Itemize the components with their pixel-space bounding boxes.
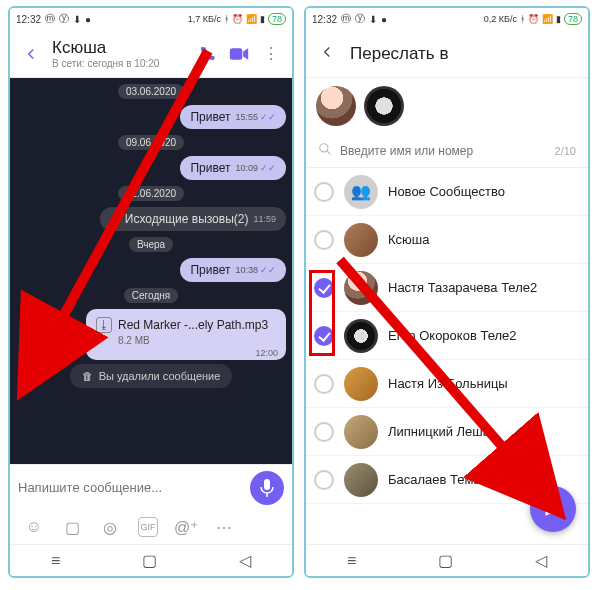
contact-radio[interactable] [314,182,334,202]
contact-avatar [344,463,378,497]
signal-icon: ▮ [260,14,265,24]
status-bar: 12:32 ⓜ ⓨ ⬇ ● 0,2 КБ/с ᚼ ⏰ 📶 ▮ 78 [306,8,588,30]
contact-row[interactable]: Настя Тазарачева Теле2 [306,264,588,312]
date-separator: 09.06.2020 [118,135,184,150]
message-bubble[interactable]: Привет 15:55✓✓ [180,105,286,129]
phone-chat-screen: 12:32 ⓜ ⓨ ⬇ ● 1,7 КБ/с ᚼ ⏰ 📶 ▮ 78 Ксюша … [8,6,294,578]
more-menu-button[interactable]: ⋮ [260,43,282,65]
selected-avatar[interactable] [364,86,404,126]
phone-forward-screen: 12:32 ⓜ ⓨ ⬇ ● 0,2 КБ/с ᚼ ⏰ 📶 ▮ 78 Пересл… [304,6,590,578]
alarm-icon: ⏰ [232,14,243,24]
signal-icon: ▮ [556,14,561,24]
selected-recipients-strip [306,78,588,134]
wifi-icon: 📶 [542,14,553,24]
contact-avatar [344,223,378,257]
contact-name: Настя Тазарачева Теле2 [388,280,578,295]
wifi-icon: 📶 [246,14,257,24]
chat-title[interactable]: Ксюша [52,38,186,58]
voice-record-button[interactable] [250,471,284,505]
status-icon: ⓨ [355,12,365,26]
nav-back-button[interactable]: ◁ [535,551,547,570]
contact-row[interactable]: Егор Окороков Теле2 [306,312,588,360]
status-icon: ⬇ [73,14,81,25]
contact-name: Новое Сообщество [388,184,578,199]
bluetooth-icon: ᚼ [520,14,525,24]
file-time: 12:00 [255,348,278,358]
svg-rect-0 [230,48,243,60]
status-icon: ⬇ [369,14,377,25]
selection-counter: 2/10 [555,145,576,157]
contact-avatar [344,415,378,449]
forward-title: Переслать в [350,44,448,64]
outgoing-calls-bubble[interactable]: ↗ Исходящие вызовы(2) 11:59 [100,207,286,231]
contact-avatar [344,367,378,401]
deleted-message: 🗑 Вы удалили сообщение [70,364,233,388]
search-input[interactable] [340,144,547,158]
bluetooth-icon: ᚼ [224,14,229,24]
message-bubble[interactable]: Привет 10:09✓✓ [180,156,286,180]
forward-header: Переслать в [306,30,588,78]
date-separator: 12.06.2020 [118,186,184,201]
alarm-icon: ⏰ [528,14,539,24]
contact-name: Настя Из Больницы [388,376,578,391]
trash-icon: 🗑 [82,370,93,382]
nav-menu-button[interactable]: ≡ [347,552,356,570]
contact-row[interactable]: Липницкий Леша [306,408,588,456]
chat-header: Ксюша В сети: сегодня в 10:20 ⋮ [10,30,292,78]
net-speed: 0,2 КБ/с [484,14,517,24]
gif-icon[interactable]: GIF [138,517,158,537]
contact-avatar: 👥 [344,175,378,209]
contact-name: Липницкий Леша [388,424,578,439]
status-bar: 12:32 ⓜ ⓨ ⬇ ● 1,7 КБ/с ᚼ ⏰ 📶 ▮ 78 [10,8,292,30]
message-input[interactable] [18,480,244,495]
contact-radio[interactable] [314,422,334,442]
contact-name: Егор Окороков Теле2 [388,328,578,343]
search-row: 2/10 [306,134,588,168]
date-separator: 03.06.2020 [118,84,184,99]
date-separator: Вчера [129,237,173,252]
battery-icon: 78 [268,13,286,25]
contact-row[interactable]: 👥Новое Сообщество [306,168,588,216]
contact-radio[interactable] [314,374,334,394]
nav-home-button[interactable]: ▢ [142,551,157,570]
camera-icon[interactable]: ◎ [100,517,120,537]
status-icon: ⓜ [45,12,55,26]
status-icon: ● [381,14,387,25]
gallery-icon[interactable]: ▢ [62,517,82,537]
contact-name: Басалаев Тема [388,472,578,487]
nav-menu-button[interactable]: ≡ [51,552,60,570]
back-button[interactable] [318,43,336,65]
compose-bar [10,464,292,510]
forward-message-button[interactable] [58,326,78,344]
net-speed: 1,7 КБ/с [188,14,221,24]
chat-subtitle: В сети: сегодня в 10:20 [52,58,186,69]
compose-toolbar: ☺ ▢ ◎ GIF @⁺ ⋯ [10,510,292,544]
contact-avatar [344,319,378,353]
contact-avatar [344,271,378,305]
sticker-icon[interactable]: ☺ [24,517,44,537]
status-icon: ⓨ [59,12,69,26]
back-button[interactable] [20,43,42,65]
download-icon[interactable]: ⭳ [96,317,112,333]
contact-radio[interactable] [314,470,334,490]
message-bubble[interactable]: Привет 10:38✓✓ [180,258,286,282]
video-call-button[interactable] [228,43,250,65]
selected-avatar[interactable] [316,86,356,126]
contact-radio[interactable] [314,230,334,250]
mention-icon[interactable]: @⁺ [176,517,196,537]
file-size: 8.2 MB [96,335,276,346]
nav-home-button[interactable]: ▢ [438,551,453,570]
status-icon: ● [85,14,91,25]
android-navbar: ≡ ▢ ◁ [306,544,588,576]
more-icon[interactable]: ⋯ [214,517,234,537]
annotation-highlight-box [309,270,335,356]
send-button[interactable] [530,486,576,532]
contact-row[interactable]: Ксюша [306,216,588,264]
phone-icon: ↗ [110,212,120,226]
file-message-bubble[interactable]: ⭳ Red Marker -...ely Path.mp3 8.2 MB 12:… [86,309,286,360]
voice-call-button[interactable] [196,43,218,65]
chat-body[interactable]: 03.06.2020 Привет 15:55✓✓ 09.06.2020 При… [10,78,292,464]
contact-row[interactable]: Настя Из Больницы [306,360,588,408]
status-time: 12:32 [16,14,41,25]
nav-back-button[interactable]: ◁ [239,551,251,570]
